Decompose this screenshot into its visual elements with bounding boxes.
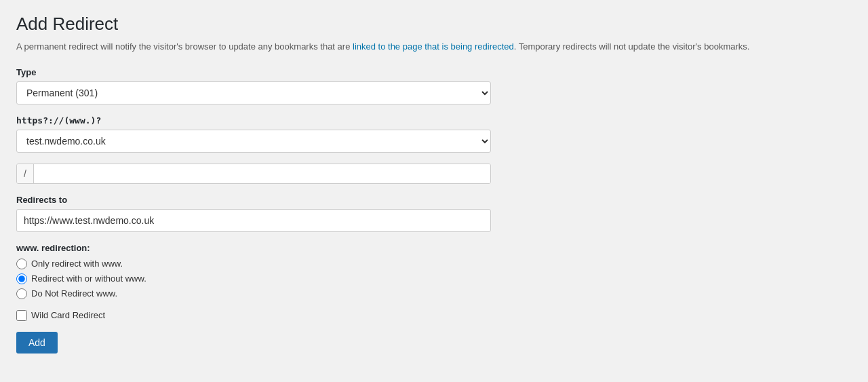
page-title: Add Redirect — [16, 14, 852, 35]
domain-select[interactable]: test.nwdemo.co.uk — [16, 130, 491, 153]
description-link[interactable]: linked to the page that is being redirec… — [353, 41, 514, 52]
wildcard-label: Wild Card Redirect — [31, 310, 105, 320]
radio-only-www-input[interactable] — [16, 259, 27, 269]
type-select[interactable]: Permanent (301) Temporary (302) — [16, 81, 491, 104]
wildcard-checkbox-item[interactable]: Wild Card Redirect — [16, 310, 852, 321]
redirects-to-label: Redirects to — [16, 195, 852, 205]
type-label: Type — [16, 67, 852, 77]
path-field-group: / — [16, 164, 852, 184]
redirects-to-field-group: Redirects to — [16, 195, 852, 232]
path-input[interactable] — [34, 164, 490, 183]
domain-label: https?://(www.)? — [16, 115, 852, 126]
radio-only-www[interactable]: Only redirect with www. — [16, 259, 852, 269]
domain-field-group: https?://(www.)? test.nwdemo.co.uk — [16, 115, 852, 153]
radio-only-www-label: Only redirect with www. — [31, 259, 123, 269]
type-field-group: Type Permanent (301) Temporary (302) — [16, 67, 852, 104]
radio-do-not-redirect[interactable]: Do Not Redirect www. — [16, 288, 852, 299]
radio-with-or-without-input[interactable] — [16, 273, 27, 284]
path-prefix: / — [17, 164, 34, 183]
add-button[interactable]: Add — [16, 332, 58, 354]
radio-group: Only redirect with www. Redirect with or… — [16, 259, 852, 299]
wildcard-checkbox[interactable] — [16, 310, 27, 321]
radio-with-or-without-label: Redirect with or without www. — [31, 273, 146, 284]
www-redirection-label: www. redirection: — [16, 243, 852, 253]
page-description: A permanent redirect will notify the vis… — [16, 40, 852, 54]
radio-with-or-without[interactable]: Redirect with or without www. — [16, 273, 852, 284]
redirects-to-input[interactable] — [16, 209, 491, 232]
path-row: / — [16, 164, 491, 184]
radio-do-not-redirect-input[interactable] — [16, 288, 27, 299]
www-redirection-group: www. redirection: Only redirect with www… — [16, 243, 852, 299]
radio-do-not-redirect-label: Do Not Redirect www. — [31, 288, 117, 299]
